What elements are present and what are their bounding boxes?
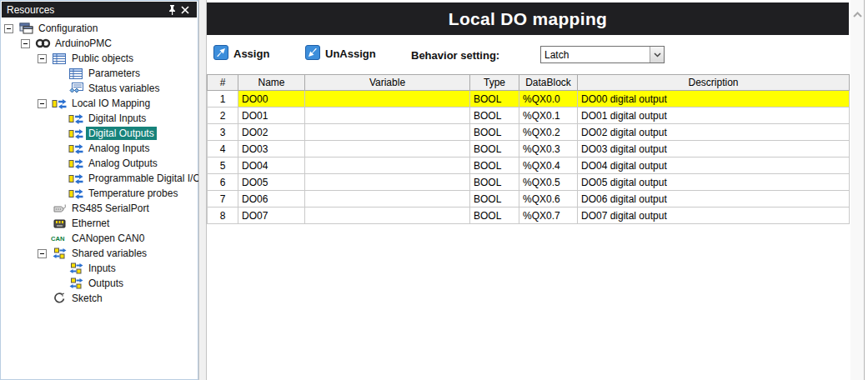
cell-number[interactable]: 7 [208, 191, 238, 208]
resources-panel-title: Resources [7, 4, 165, 16]
cell-number[interactable]: 5 [208, 158, 238, 174]
cell-variable[interactable] [305, 191, 470, 208]
cell-name[interactable]: DO04 [238, 158, 305, 174]
tree-item-digital-inputs[interactable]: Digital Inputs [1, 111, 198, 126]
close-icon[interactable] [178, 3, 192, 17]
cell-number[interactable]: 3 [208, 124, 238, 141]
table-row-do03[interactable]: 4 DO03 BOOL %QX0.3 DO03 digital output [208, 141, 850, 158]
cell-datablock[interactable]: %QX0.0 [519, 91, 578, 108]
cell-name[interactable]: DO01 [238, 108, 305, 124]
cell-number[interactable]: 1 [208, 91, 238, 108]
cell-datablock[interactable]: %QX0.5 [519, 174, 578, 191]
cell-description[interactable]: DO03 digital output [578, 141, 850, 158]
tree-item-label: Ethernet [69, 217, 112, 230]
cell-datablock[interactable]: %QX0.7 [519, 208, 578, 224]
cell-name[interactable]: DO03 [238, 141, 305, 158]
cell-description[interactable]: DO05 digital output [578, 174, 850, 191]
cell-variable[interactable] [305, 91, 470, 108]
cell-name[interactable]: DO02 [238, 124, 305, 141]
tree-expander-icon[interactable] [4, 24, 13, 33]
tree-item-ethernet[interactable]: Ethernet [1, 216, 198, 231]
table-row-do06[interactable]: 7 DO06 BOOL %QX0.6 DO06 digital output [208, 191, 850, 208]
cell-description[interactable]: DO01 digital output [578, 108, 850, 124]
cell-name[interactable]: DO06 [238, 191, 305, 208]
cell-description[interactable]: DO02 digital output [578, 124, 850, 141]
cell-variable[interactable] [305, 124, 470, 141]
tree-item-inputs[interactable]: Inputs [1, 261, 198, 276]
cell-type[interactable]: BOOL [470, 174, 519, 191]
table-row-do05[interactable]: 6 DO05 BOOL %QX0.5 DO05 digital output [208, 174, 850, 191]
table-row-do02[interactable]: 3 DO02 BOOL %QX0.2 DO02 digital output [208, 124, 850, 141]
tree-item-label: Local IO Mapping [69, 97, 153, 110]
cell-description[interactable]: DO06 digital output [578, 191, 850, 208]
tree-item-canopen-can0[interactable]: CAN CANopen CAN0 [1, 231, 198, 246]
tree-item-configuration[interactable]: Configuration [1, 21, 198, 36]
table-row-do07[interactable]: 8 DO07 BOOL %QX0.7 DO07 digital output [208, 208, 850, 224]
cell-type[interactable]: BOOL [470, 91, 519, 108]
tree-item-parameters[interactable]: Parameters [1, 66, 198, 81]
assign-button[interactable]: Assign [213, 45, 269, 62]
tree-item-label: Analog Outputs [86, 157, 160, 170]
table-row-do01[interactable]: 2 DO01 BOOL %QX0.1 DO01 digital output [208, 108, 850, 124]
cell-type[interactable]: BOOL [470, 108, 519, 124]
tree-expander-icon[interactable] [38, 99, 47, 108]
tree-item-local-io-mapping[interactable]: Local IO Mapping [1, 96, 198, 111]
cell-variable[interactable] [305, 174, 470, 191]
tree-item-programmable-digital-i-o[interactable]: Programmable Digital I/O [1, 171, 198, 186]
cell-type[interactable]: BOOL [470, 191, 519, 208]
public-objects-icon [51, 53, 68, 64]
tree-item-shared-variables[interactable]: Shared variables [1, 246, 198, 261]
tree-item-analog-outputs[interactable]: Analog Outputs [1, 156, 198, 171]
tree-item-temperature-probes[interactable]: Temperature probes [1, 186, 198, 201]
cell-name[interactable]: DO00 [238, 91, 305, 108]
table-row-do04[interactable]: 5 DO04 BOOL %QX0.4 DO04 digital output [208, 158, 850, 174]
pin-icon[interactable] [165, 3, 178, 17]
cell-type[interactable]: BOOL [470, 158, 519, 174]
tree-item-digital-outputs[interactable]: Digital Outputs [1, 126, 198, 141]
cell-number[interactable]: 8 [208, 208, 238, 224]
cell-datablock[interactable]: %QX0.3 [519, 141, 578, 158]
cell-name[interactable]: DO07 [238, 208, 305, 224]
tree-item-rs485-serialport[interactable]: RS485 SerialPort [1, 201, 198, 216]
cell-variable[interactable] [305, 108, 470, 124]
table-body: 1 DO00 BOOL %QX0.0 DO00 digital output 2… [208, 91, 850, 224]
cell-datablock[interactable]: %QX0.6 [519, 191, 578, 208]
tree-expander-icon[interactable] [38, 249, 47, 258]
unassign-button[interactable]: UnAssign [305, 45, 376, 62]
cell-description[interactable]: DO04 digital output [578, 158, 850, 174]
tree-item-label: Parameters [86, 67, 143, 80]
cell-datablock[interactable]: %QX0.4 [519, 158, 578, 174]
cell-variable[interactable] [305, 141, 470, 158]
chevron-up-icon[interactable] [850, 12, 864, 18]
cell-number[interactable]: 6 [208, 174, 238, 191]
cell-datablock[interactable]: %QX0.1 [519, 108, 578, 124]
tree-item-label: Temperature probes [86, 187, 180, 200]
cell-number[interactable]: 4 [208, 141, 238, 158]
shared-variables-icon [68, 262, 84, 274]
table-row-do00[interactable]: 1 DO00 BOOL %QX0.0 DO00 digital output [208, 91, 850, 108]
cell-datablock[interactable]: %QX0.2 [519, 124, 578, 141]
tree-expander-icon[interactable] [38, 54, 47, 63]
chevron-down-icon[interactable] [650, 47, 664, 62]
tree-item-arduinopmc[interactable]: ArduinoPMC [1, 36, 198, 51]
tree-expander-icon[interactable] [21, 39, 30, 48]
tree-item-sketch[interactable]: Sketch [1, 291, 198, 306]
cell-number[interactable]: 2 [208, 108, 238, 124]
panel-splitter[interactable] [198, 0, 207, 380]
cell-type[interactable]: BOOL [470, 208, 519, 224]
tree-item-public-objects[interactable]: Public objects [1, 51, 198, 66]
behavior-setting-select[interactable]: Latch [540, 46, 665, 63]
cell-description[interactable]: DO00 digital output [578, 91, 850, 108]
cell-type[interactable]: BOOL [470, 141, 519, 158]
tree-item-outputs[interactable]: Outputs [1, 276, 198, 291]
cell-description[interactable]: DO07 digital output [578, 208, 850, 224]
cell-type[interactable]: BOOL [470, 124, 519, 141]
cell-variable[interactable] [305, 208, 470, 224]
tree-item-status-variables[interactable]: Status variables [1, 81, 198, 96]
cell-variable[interactable] [305, 158, 470, 174]
vertical-scrollbar[interactable] [850, 0, 865, 380]
tree-item-label: Digital Inputs [86, 112, 148, 125]
cell-name[interactable]: DO05 [238, 174, 305, 191]
tree-item-label: Status variables [86, 82, 162, 95]
tree-item-analog-inputs[interactable]: Analog Inputs [1, 141, 198, 156]
